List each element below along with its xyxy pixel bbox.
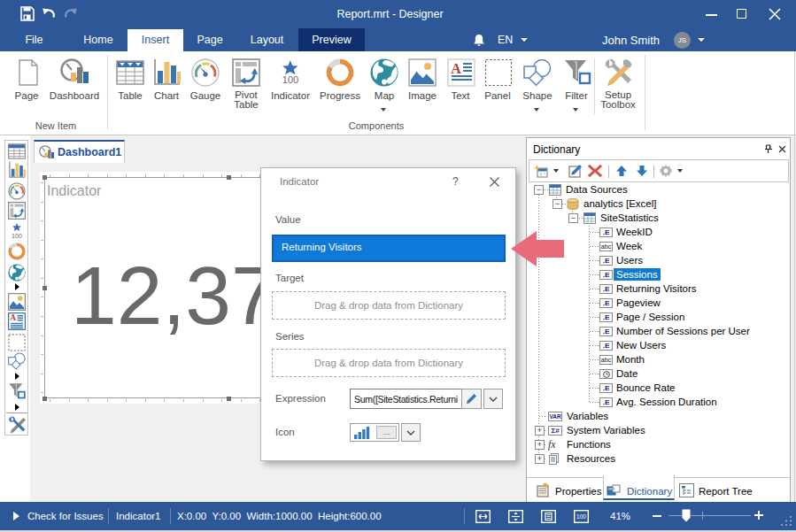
- svg-text:100: 100: [576, 513, 586, 520]
- svg-text:100: 100: [282, 74, 298, 85]
- svg-text:A: A: [10, 313, 16, 322]
- svg-text:100: 100: [12, 233, 22, 240]
- svg-text:A: A: [451, 61, 461, 76]
